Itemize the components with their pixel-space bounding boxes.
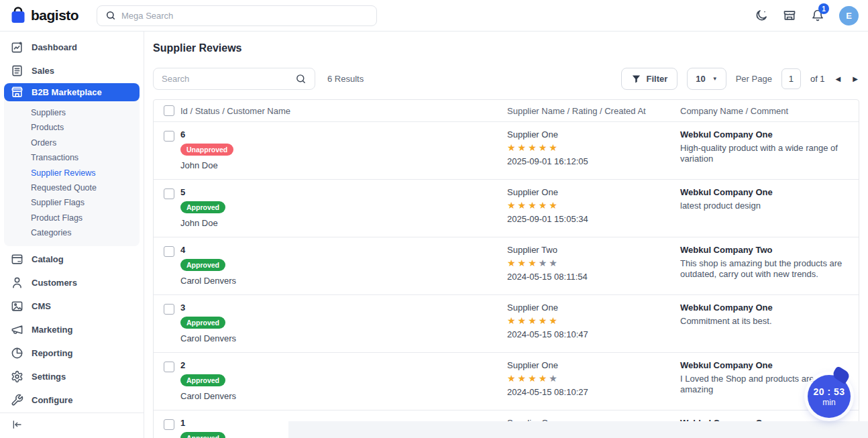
user-avatar[interactable]: E [839, 6, 859, 25]
shopping-bag-icon [9, 6, 27, 25]
company-name: Webkul Company One [680, 129, 859, 140]
sidebar-item-cms[interactable]: CMS [4, 294, 140, 318]
filter-button[interactable]: Filter [621, 68, 678, 90]
main-content: Supplier Reviews 6 Results Filter 10 ▼ P… [144, 32, 868, 438]
star-icon: ★ [539, 200, 547, 211]
bagisto-logo[interactable]: bagisto [9, 6, 87, 25]
sidebar-item-b2b-marketplace[interactable]: B2B Marketplace [4, 83, 140, 101]
marketplace-icon [11, 86, 23, 99]
customer-name: Carol Denvers [180, 333, 507, 343]
sidebar-subitem-supplier-flags[interactable]: Supplier Flags [31, 195, 140, 210]
select-all-checkbox[interactable] [164, 105, 174, 116]
created-at: 2024-05-15 08:10:27 [507, 387, 680, 397]
sidebar-item-label: CMS [32, 301, 51, 311]
grid-search-input[interactable] [162, 74, 295, 84]
row-checkbox[interactable] [164, 362, 174, 372]
chevron-down-icon: ▼ [712, 76, 718, 82]
company-name: Webkul Company One [680, 360, 859, 370]
sidebar-footer [0, 413, 144, 438]
sidebar-item-settings[interactable]: Settings [4, 365, 140, 388]
star-icon: ★ [528, 315, 537, 326]
datagrid-toolbar: 6 Results Filter 10 ▼ Per Page 1 of 1 ◀ … [153, 68, 859, 90]
status-badge: Approved [180, 317, 225, 329]
review-comment: High-quality product with a wide range o… [680, 143, 849, 164]
star-icon: ★ [528, 142, 537, 153]
dark-mode-icon[interactable] [755, 9, 768, 22]
sidebar-subitem-orders[interactable]: Orders [31, 135, 140, 150]
sidebar-item-catalog[interactable]: Catalog [4, 248, 140, 271]
star-icon: ★ [518, 315, 527, 326]
star-icon: ★ [528, 373, 537, 384]
sidebar-subitem-supplier-reviews[interactable]: Supplier Reviews [31, 166, 140, 180]
per-page-dropdown[interactable]: 10 ▼ [687, 68, 726, 90]
current-page-input[interactable]: 1 [781, 68, 801, 89]
row-checkbox[interactable] [164, 188, 174, 199]
created-at: 2025-09-01 16:12:05 [507, 156, 680, 166]
sidebar-subitem-products[interactable]: Products [31, 120, 140, 135]
sidebar-nav: Dashboard Sales B2B Marketplace Supplier… [0, 36, 144, 413]
results-count: 6 Results [327, 74, 364, 84]
sidebar-subitem-suppliers[interactable]: Suppliers [31, 105, 140, 120]
cms-icon [11, 300, 23, 313]
customers-icon [11, 276, 23, 289]
created-at: 2024-05-15 08:10:47 [507, 329, 680, 339]
company-name: Webkul Company One [680, 187, 859, 197]
review-id: 5 [180, 187, 507, 197]
sidebar-item-label: Catalog [32, 254, 64, 264]
sidebar-item-marketing[interactable]: Marketing [4, 318, 140, 341]
grid-search-bar [153, 68, 315, 90]
row-checkbox[interactable] [164, 246, 174, 257]
session-timer-widget[interactable]: 20 : 53 min [808, 375, 851, 418]
rating-stars: ★★★★★ [507, 373, 680, 384]
star-icon: ★ [528, 200, 537, 211]
company-name: Webkul Company Two [680, 245, 859, 255]
star-icon: ★ [549, 258, 557, 268]
customer-name: Carol Denvers [180, 391, 507, 401]
status-badge: Approved [180, 259, 225, 271]
funnel-icon [631, 74, 641, 84]
sidebar-item-label: Dashboard [32, 42, 77, 52]
sidebar-collapse-icon[interactable] [11, 419, 23, 430]
star-icon: ★ [507, 258, 516, 268]
mega-search-input[interactable] [121, 11, 368, 21]
sidebar-item-dashboard[interactable]: Dashboard [4, 36, 140, 59]
search-icon[interactable] [295, 73, 307, 85]
sidebar-item-customers[interactable]: Customers [4, 271, 140, 294]
star-icon: ★ [528, 258, 537, 268]
row-checkbox[interactable] [164, 131, 174, 142]
sidebar-item-label: Configure [32, 395, 72, 405]
sidebar-subitem-requested-quote[interactable]: Requested Quote [31, 180, 140, 195]
row-checkbox[interactable] [164, 304, 174, 315]
sidebar-item-sales[interactable]: Sales [4, 59, 140, 83]
star-icon: ★ [507, 373, 516, 384]
storefront-icon[interactable] [783, 9, 796, 22]
supplier-name: Supplier One [507, 360, 680, 370]
status-badge: Unapproved [180, 144, 233, 156]
review-id: 2 [180, 360, 507, 370]
sidebar-item-label: Settings [32, 372, 66, 382]
sidebar-item-reporting[interactable]: Reporting [4, 341, 140, 365]
next-page-button[interactable]: ▶ [851, 74, 859, 84]
page-bottom-strip [288, 421, 868, 438]
supplier-name: Supplier Two [507, 245, 680, 255]
supplier-name: Supplier One [507, 303, 680, 313]
review-id: 3 [180, 303, 507, 313]
sidebar-subitem-product-flags[interactable]: Product Flags [31, 211, 140, 225]
sidebar-subitem-categories[interactable]: Categories [31, 225, 140, 240]
status-badge: Approved [180, 432, 225, 438]
customer-name: John Doe [180, 218, 507, 228]
rating-stars: ★★★★★ [507, 315, 680, 326]
marketing-icon [11, 323, 23, 336]
rating-stars: ★★★★★ [507, 200, 680, 211]
notifications-bell-icon[interactable]: 1 [811, 9, 824, 22]
row-checkbox[interactable] [164, 419, 174, 430]
prev-page-button[interactable]: ◀ [834, 74, 843, 84]
star-icon: ★ [539, 373, 547, 384]
sidebar-item-configure[interactable]: Configure [4, 388, 140, 412]
top-header: bagisto 1 E [0, 0, 868, 32]
star-icon: ★ [549, 373, 557, 384]
sidebar-subitem-transactions[interactable]: Transactions [31, 150, 140, 165]
sidebar-submenu: SuppliersProductsOrdersTransactionsSuppl… [4, 104, 140, 241]
sidebar-item-label: B2B Marketplace [32, 87, 102, 97]
search-icon [105, 10, 116, 21]
